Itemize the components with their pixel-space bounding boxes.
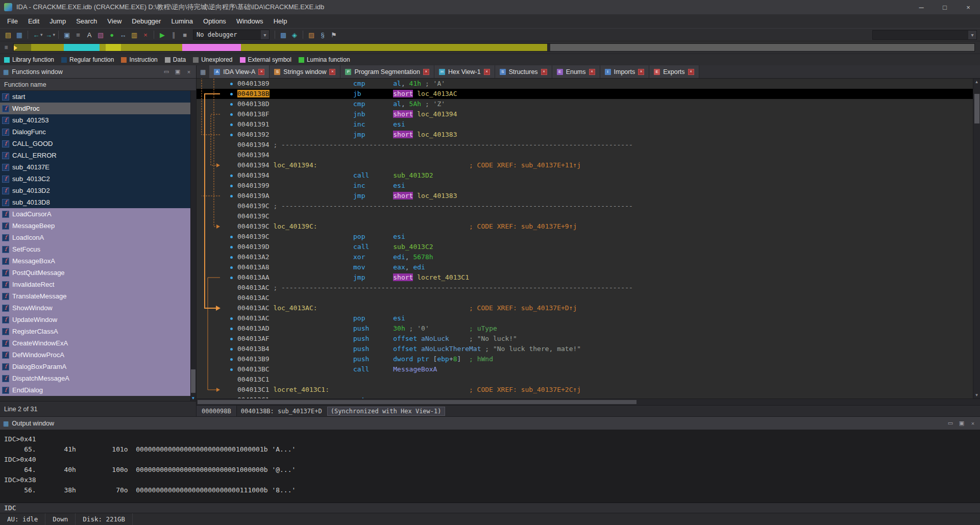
scroll-down-icon[interactable]: ▼ bbox=[973, 393, 980, 397]
function-row[interactable]: fsub_4013D2 bbox=[0, 185, 196, 196]
function-row[interactable]: fDialogFunc bbox=[0, 126, 196, 138]
asm-line[interactable]: 0040139C bbox=[197, 211, 973, 221]
navband-segment[interactable] bbox=[31, 44, 64, 51]
function-row[interactable]: fUpdateWindow bbox=[0, 314, 196, 326]
sync-indicator[interactable]: (Synchronized with Hex View-1) bbox=[327, 407, 445, 416]
asm-line[interactable]: 004013B9 push dword ptr [ebp+8] ; hWnd bbox=[197, 354, 973, 364]
cancel-icon[interactable]: × bbox=[140, 30, 151, 40]
asm-line[interactable]: 0040139C loc_40139C: ; CODE XREF: sub_40… bbox=[197, 221, 973, 232]
menu-item-search[interactable]: Search bbox=[71, 15, 102, 27]
function-row[interactable]: fRegisterClassA bbox=[0, 326, 196, 337]
xrefs-icon[interactable]: ↔ bbox=[118, 30, 128, 40]
tab-structures[interactable]: SStructures× bbox=[495, 65, 552, 78]
scroll-down-icon[interactable]: ▼ bbox=[191, 396, 195, 401]
function-row[interactable]: fWndProc bbox=[0, 103, 196, 114]
panel-restore-icon[interactable]: ▭ bbox=[946, 420, 954, 427]
function-row[interactable]: fLoadCursorA bbox=[0, 208, 196, 220]
navband-segment[interactable] bbox=[100, 44, 106, 51]
asm-line[interactable]: 00401389 cmp al, 41h ; 'A' bbox=[197, 79, 973, 89]
asm-line[interactable]: 004013AC bbox=[197, 293, 973, 303]
function-row[interactable]: fMessageBoxA bbox=[0, 255, 196, 267]
function-name-column-header[interactable]: Function name bbox=[0, 79, 196, 91]
menu-item-view[interactable]: View bbox=[102, 15, 127, 27]
asm-line[interactable]: 0040139C ; -----------------------------… bbox=[197, 201, 973, 211]
asm-line[interactable]: 004013AC loc_4013AC: ; CODE XREF: sub_40… bbox=[197, 303, 973, 313]
navband-menu-icon[interactable]: ≡ bbox=[2, 44, 10, 51]
menu-item-file[interactable]: File bbox=[2, 15, 23, 27]
debugger-combo[interactable]: No debugger▾ bbox=[193, 30, 270, 40]
asm-line[interactable]: 004013AA jmp short locret_4013C1 bbox=[197, 272, 973, 283]
tab-enums[interactable]: EEnums× bbox=[552, 65, 600, 78]
menu-item-help[interactable]: Help bbox=[268, 15, 292, 27]
function-row[interactable]: fInvalidateRect bbox=[0, 279, 196, 290]
asm-line[interactable]: 00401392 jmp short loc_401383 bbox=[197, 130, 973, 140]
close-icon[interactable]: × bbox=[638, 69, 644, 75]
graph-view-icon[interactable]: ▧ bbox=[95, 30, 106, 40]
function-row[interactable]: fsub_4013D8 bbox=[0, 196, 196, 208]
chevron-down-icon[interactable]: ▾ bbox=[53, 32, 56, 37]
disassembly-hscrollbar[interactable] bbox=[197, 398, 980, 405]
menu-item-options[interactable]: Options bbox=[198, 15, 231, 27]
function-row[interactable]: fsub_40137E bbox=[0, 161, 196, 173]
close-icon[interactable]: × bbox=[688, 69, 694, 75]
navband-segment[interactable] bbox=[64, 44, 100, 51]
chevron-down-icon[interactable]: ▾ bbox=[968, 31, 976, 39]
chevron-down-icon[interactable]: ▾ bbox=[40, 32, 43, 37]
vscroll-thumb[interactable] bbox=[191, 369, 195, 393]
save-icon[interactable]: ▦ bbox=[14, 30, 24, 40]
menu-item-edit[interactable]: Edit bbox=[23, 15, 44, 27]
panel-close-icon[interactable]: × bbox=[185, 69, 193, 75]
panel-float-icon[interactable]: ▣ bbox=[958, 420, 966, 427]
function-row[interactable]: fPostQuitMessage bbox=[0, 267, 196, 279]
output-log[interactable]: IDC>0x41 65. 41h 101o 000000000000000000… bbox=[0, 430, 980, 503]
menu-item-lumina[interactable]: Lumina bbox=[166, 15, 198, 27]
close-icon[interactable]: × bbox=[423, 69, 429, 75]
flag-icon[interactable]: ⚑ bbox=[329, 30, 339, 40]
asm-line[interactable]: 004013AF push offset aNoLuck ; "No luck!… bbox=[197, 334, 973, 344]
start-process-icon[interactable]: ▶ bbox=[157, 30, 167, 40]
panel-restore-icon[interactable]: ▭ bbox=[162, 68, 170, 75]
stop-process-icon[interactable]: ■ bbox=[180, 30, 190, 40]
function-row[interactable]: fDispatchMessageA bbox=[0, 372, 196, 384]
close-button[interactable]: × bbox=[957, 0, 980, 14]
function-row[interactable]: fsub_401253 bbox=[0, 114, 196, 126]
functions-vscrollbar[interactable]: ▼ bbox=[190, 91, 196, 401]
idc-input-line[interactable]: IDC bbox=[0, 503, 980, 513]
tab-exports[interactable]: EExports× bbox=[649, 65, 699, 78]
ida-view-a[interactable]: 00401389 cmp al, 41h ; 'A'0040138B jb sh… bbox=[197, 79, 973, 398]
asm-line[interactable]: 004013C1 locret_4013C1: ; CODE XREF: sub… bbox=[197, 385, 973, 395]
asm-line[interactable]: 0040139D call sub_4013C2 bbox=[197, 242, 973, 252]
lumina-icon[interactable]: ● bbox=[107, 30, 117, 40]
asm-line[interactable]: 00401391 inc esi bbox=[197, 119, 973, 130]
asm-line[interactable]: 004013B4 push offset aNoLuckThereMat ; "… bbox=[197, 344, 973, 354]
asm-line[interactable]: 004013AC pop esi bbox=[197, 313, 973, 323]
asm-line[interactable]: 0040138F jnb short loc_401394 bbox=[197, 109, 973, 119]
close-icon[interactable]: × bbox=[541, 69, 547, 75]
asm-line[interactable]: 0040138D cmp al, 5Ah ; 'Z' bbox=[197, 99, 973, 109]
asm-line[interactable]: 0040138B jb short loc_4013AC bbox=[197, 89, 973, 99]
function-row[interactable]: fstart bbox=[0, 91, 196, 103]
asm-line[interactable]: 004013C1 bbox=[197, 374, 973, 385]
panel-close-icon[interactable]: × bbox=[969, 420, 977, 427]
scroll-up-icon[interactable]: ▲ bbox=[973, 80, 980, 84]
script-icon[interactable]: § bbox=[317, 30, 328, 40]
asm-line[interactable]: 0040139A jmp short loc_401383 bbox=[197, 191, 973, 201]
toolbar-search-combo[interactable]: ▾ bbox=[872, 30, 977, 40]
tab-ida-view-a[interactable]: AIDA View-A× bbox=[209, 65, 270, 78]
function-row[interactable]: fLoadIconA bbox=[0, 232, 196, 243]
forward-icon[interactable]: → bbox=[44, 30, 54, 40]
list-icon[interactable]: ≡ bbox=[73, 30, 83, 40]
navband-segment[interactable] bbox=[550, 44, 974, 51]
panel-float-icon[interactable]: ▣ bbox=[174, 68, 182, 75]
asm-line[interactable]: 004013C1 retn bbox=[197, 395, 973, 398]
menu-item-debugger[interactable]: Debugger bbox=[127, 15, 166, 27]
struct-icon[interactable]: ▥ bbox=[129, 30, 139, 40]
jump-icon[interactable]: ▣ bbox=[62, 30, 72, 40]
close-icon[interactable]: × bbox=[258, 69, 264, 75]
function-row[interactable]: fCreateWindowExA bbox=[0, 337, 196, 349]
navband-segment[interactable] bbox=[121, 44, 182, 51]
navigation-band[interactable] bbox=[13, 43, 975, 52]
maximize-button[interactable]: □ bbox=[933, 0, 957, 14]
snapshot-icon[interactable]: ▨ bbox=[306, 30, 316, 40]
asm-line[interactable]: 00401394 bbox=[197, 150, 973, 160]
